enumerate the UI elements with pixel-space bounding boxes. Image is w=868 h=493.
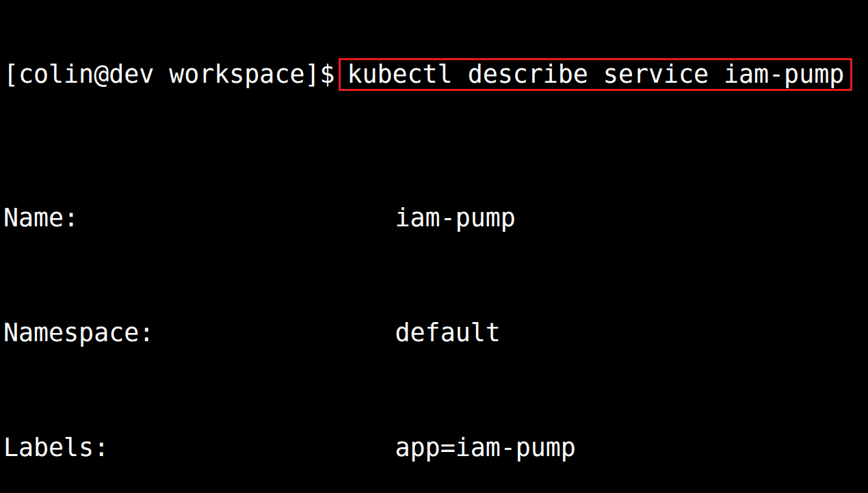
- field-value: app=iam-pump: [395, 434, 576, 462]
- output-row: Labels: app=iam-pump: [3, 434, 868, 462]
- field-value: default: [395, 319, 501, 347]
- describe-output: Name: iam-pump Namespace: default Labels…: [3, 146, 868, 493]
- terminal-window: [colin@dev workspace]$kubectl describe s…: [0, 0, 868, 493]
- field-label: Name:: [3, 204, 395, 232]
- highlighted-command: kubectl describe service iam-pump: [341, 60, 850, 89]
- field-value: iam-pump: [395, 204, 516, 232]
- prompt-line: [colin@dev workspace]$kubectl describe s…: [3, 60, 868, 89]
- output-row: Name: iam-pump: [3, 204, 868, 232]
- field-label: Labels:: [3, 434, 395, 462]
- field-label: Namespace:: [3, 319, 395, 347]
- shell-prompt: [colin@dev workspace]$: [3, 60, 334, 89]
- output-row: Namespace: default: [3, 319, 868, 347]
